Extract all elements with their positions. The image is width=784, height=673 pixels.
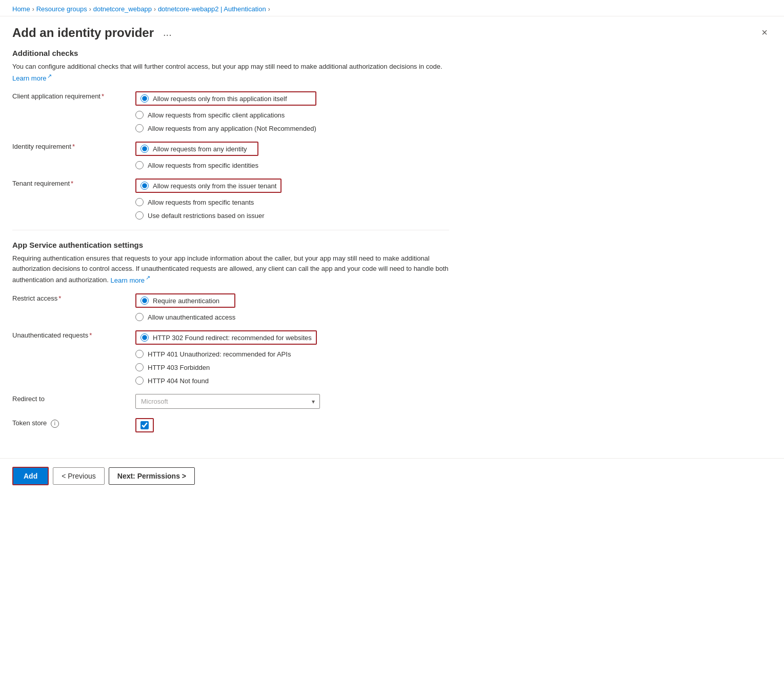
additional-checks-title: Additional checks — [12, 49, 449, 57]
identity-requirement-group: Allow requests from any identity Allow r… — [135, 142, 258, 169]
redirect-to-select[interactable]: Microsoft Microsoft — [135, 394, 320, 409]
restrict-access-row: Restrict access* Require authentication … — [12, 293, 449, 321]
external-link-icon: ↗ — [47, 73, 52, 79]
restrict-require-auth[interactable]: Require authentication — [135, 293, 235, 308]
restrict-require-auth-label: Require authentication — [153, 297, 219, 305]
tenant-specific-tenants-label: Allow requests from specific tenants — [148, 199, 254, 206]
additional-checks-learn-more[interactable]: Learn more↗ — [12, 74, 52, 82]
next-permissions-button[interactable]: Next: Permissions > — [109, 467, 195, 485]
restrict-access-group: Require authentication Allow unauthentic… — [135, 293, 235, 321]
app-service-auth-title: App Service authentication settings — [12, 241, 449, 249]
section-divider — [12, 230, 449, 230]
unauth-http401-label: HTTP 401 Unauthorized: recommended for A… — [148, 350, 291, 358]
tenant-default-restrictions-label: Use default restrictions based on issuer — [148, 212, 265, 220]
client-app-specific-clients[interactable]: Allow requests from specific client appl… — [135, 111, 316, 119]
external-link-icon-2: ↗ — [146, 274, 150, 281]
additional-checks-desc: You can configure additional checks that… — [12, 62, 449, 83]
client-app-requirement-row: Client application requirement* Allow re… — [12, 91, 449, 132]
unauth-http302-label: HTTP 302 Found redirect: recommended for… — [153, 334, 312, 342]
tenant-specific-tenants[interactable]: Allow requests from specific tenants — [135, 198, 282, 206]
previous-button[interactable]: < Previous — [53, 467, 105, 485]
tenant-requirement-label: Tenant requirement* — [12, 179, 125, 187]
close-button[interactable]: × — [757, 25, 772, 41]
unauthenticated-requests-label: Unauthenticated requests* — [12, 330, 125, 339]
restrict-allow-unauth-label: Allow unauthenticated access — [148, 313, 235, 321]
unauth-http403[interactable]: HTTP 403 Forbidden — [135, 363, 317, 371]
token-store-checkbox-container — [135, 418, 154, 432]
client-app-requirement-label: Client application requirement* — [12, 91, 125, 100]
token-store-row: Token store i — [12, 418, 449, 432]
identity-any-identity-label: Allow requests from any identity — [153, 145, 247, 153]
token-store-label: Token store i — [12, 418, 125, 428]
token-store-checkbox[interactable] — [140, 421, 149, 429]
redirect-to-label: Redirect to — [12, 394, 125, 403]
unauth-http404[interactable]: HTTP 404 Not found — [135, 377, 317, 385]
identity-any-identity[interactable]: Allow requests from any identity — [135, 142, 258, 156]
restrict-access-label: Restrict access* — [12, 293, 125, 302]
add-button[interactable]: Add — [12, 467, 49, 485]
identity-specific-identities[interactable]: Allow requests from specific identities — [135, 161, 258, 169]
token-store-info-icon[interactable]: i — [51, 420, 59, 428]
footer: Add < Previous Next: Permissions > — [0, 458, 784, 493]
breadcrumb-authentication[interactable]: dotnetcore-webapp2 | Authentication — [158, 5, 266, 13]
tenant-issuer-tenant-label: Allow requests only from the issuer tena… — [153, 182, 276, 190]
page-header: Add an identity provider ... × — [0, 16, 784, 45]
unauth-http404-label: HTTP 404 Not found — [148, 377, 209, 385]
client-app-only-this-app[interactable]: Allow requests only from this applicatio… — [135, 91, 316, 106]
main-content: Additional checks You can configure addi… — [0, 45, 461, 454]
client-app-specific-clients-label: Allow requests from specific client appl… — [148, 111, 285, 119]
identity-requirement-label: Identity requirement* — [12, 142, 125, 150]
client-app-only-this-app-label: Allow requests only from this applicatio… — [153, 95, 287, 103]
unauthenticated-requests-group: HTTP 302 Found redirect: recommended for… — [135, 330, 317, 385]
app-service-auth-desc: Requiring authentication ensures that re… — [12, 253, 449, 285]
ellipsis-button[interactable]: ... — [160, 26, 175, 39]
identity-requirement-row: Identity requirement* Allow requests fro… — [12, 142, 449, 169]
unauth-http401[interactable]: HTTP 401 Unauthorized: recommended for A… — [135, 350, 317, 358]
tenant-requirement-group: Allow requests only from the issuer tena… — [135, 179, 282, 220]
redirect-to-row: Redirect to Microsoft Microsoft ▾ — [12, 394, 449, 409]
page-title: Add an identity provider — [12, 26, 154, 40]
tenant-requirement-row: Tenant requirement* Allow requests only … — [12, 179, 449, 220]
tenant-default-restrictions[interactable]: Use default restrictions based on issuer — [135, 211, 282, 220]
breadcrumb: Home › Resource groups › dotnetcore_weba… — [0, 0, 784, 16]
page-title-area: Add an identity provider ... — [12, 26, 175, 40]
unauth-http302[interactable]: HTTP 302 Found redirect: recommended for… — [135, 330, 317, 345]
breadcrumb-home[interactable]: Home — [12, 5, 30, 13]
identity-specific-identities-label: Allow requests from specific identities — [148, 162, 258, 169]
tenant-issuer-tenant[interactable]: Allow requests only from the issuer tena… — [135, 179, 282, 193]
breadcrumb-dotnetcore-webapp[interactable]: dotnetcore_webapp — [93, 5, 152, 13]
unauth-http403-label: HTTP 403 Forbidden — [148, 364, 210, 371]
unauthenticated-requests-row: Unauthenticated requests* HTTP 302 Found… — [12, 330, 449, 385]
restrict-allow-unauth[interactable]: Allow unauthenticated access — [135, 313, 235, 321]
client-app-any-app-label: Allow requests from any application (Not… — [148, 125, 316, 132]
app-service-auth-learn-more[interactable]: Learn more↗ — [111, 276, 150, 284]
client-app-requirement-group: Allow requests only from this applicatio… — [135, 91, 316, 132]
client-app-any-app[interactable]: Allow requests from any application (Not… — [135, 124, 316, 132]
redirect-to-select-container: Microsoft Microsoft ▾ — [135, 394, 320, 409]
breadcrumb-resource-groups[interactable]: Resource groups — [36, 5, 87, 13]
